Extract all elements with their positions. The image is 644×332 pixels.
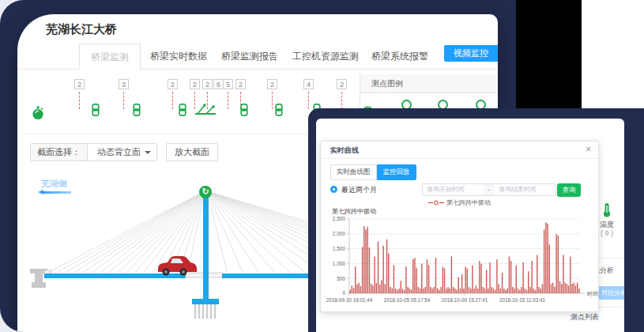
dialog-tabbar: 实时曲线图监控回放 (330, 164, 416, 180)
point-legend-header: 测点图例 (360, 74, 498, 93)
sensor-count-badge: 3 (119, 79, 129, 89)
query-button[interactable]: 查询 (557, 183, 581, 197)
svg-text:1,500: 1,500 (333, 246, 346, 251)
sensor-count-badge: 5 (223, 79, 233, 89)
chain-link-icon[interactable] (240, 104, 248, 119)
dialog-filter-row: 最近两个月 查询开始时间 - 查询结束时间 查询 (330, 183, 591, 197)
dialog-tab-1[interactable]: 监控回放 (377, 164, 416, 180)
date-range-group: 查询开始时间 - 查询结束时间 (422, 183, 556, 196)
section-select-label: 截面选择： (31, 144, 88, 160)
sensor-count-badge: 2 (74, 79, 85, 89)
main-tabbar: 桥梁监测桥梁实时数据桥梁监测报告工控机资源监测桥梁系统报警 (17, 43, 498, 70)
svg-text:2,500: 2,500 (333, 216, 346, 221)
legend-marker-icon (428, 200, 444, 206)
sensor-dashed-line (308, 92, 309, 109)
timer-icon[interactable] (32, 106, 44, 123)
legend-label: 第七跨跨中振动 (446, 199, 491, 206)
start-time-input[interactable]: 查询开始时间 (422, 183, 484, 196)
svg-text:2,000: 2,000 (333, 231, 346, 236)
vibration-chart[interactable]: 05001,0001,5002,0002,5002018-09-30 16:01… (321, 214, 599, 311)
chain-link-icon[interactable] (133, 104, 141, 119)
bridge-tower (203, 190, 209, 299)
close-icon[interactable]: × (586, 144, 591, 155)
black-region (516, 0, 582, 108)
section-select-value: 动态背立面 (97, 147, 141, 157)
tab-1[interactable]: 桥梁实时数据 (150, 43, 207, 70)
dialog-header: 实时曲线 × (321, 141, 598, 159)
thermometer-icon[interactable] (602, 202, 612, 217)
sensor-dashed-line (341, 92, 342, 109)
page-title: 芜湖长江大桥 (46, 22, 117, 37)
range-separator: - (484, 183, 495, 196)
bearing-icon[interactable] (194, 103, 217, 119)
section-select-dropdown[interactable]: 动态背立面 (88, 144, 156, 160)
sensor-count-badge: 2 (267, 79, 277, 89)
tower-cap (192, 299, 219, 304)
chevron-down-icon (145, 151, 151, 154)
dialog-title: 实时曲线 (330, 145, 359, 156)
svg-text:2018-10-15 11:03:41: 2018-10-15 11:03:41 (499, 297, 546, 303)
tab-4[interactable]: 桥梁系统报警 (371, 43, 428, 70)
chain-link-icon[interactable] (275, 104, 283, 119)
sensor-count-badge: 2 (202, 79, 213, 89)
points-list-header: 测点列表 (571, 312, 599, 323)
svg-text:0: 0 (342, 290, 345, 296)
chain-link-icon[interactable] (179, 104, 186, 119)
front-window-frame: 例 温度 ( 9 ) 对比分析 对比分析 测点列表 实时曲线 × 实时曲线图监控… (308, 108, 644, 332)
gps-sensor-icon[interactable]: ↻ (199, 186, 212, 198)
sensor-dashed-line (228, 92, 228, 109)
tab-0[interactable]: 桥梁监测 (79, 43, 141, 70)
sensor-dashed-line (172, 92, 173, 109)
enlarge-section-button[interactable]: 放大截面 (166, 143, 218, 161)
sensor-count-badge: 4 (303, 79, 314, 89)
svg-text:2018-10-05 05:17:54: 2018-10-05 05:17:54 (384, 297, 431, 303)
sensor-count-badge: 2 (337, 79, 347, 89)
radio-label: 最近两个月 (341, 185, 377, 195)
compare-analysis-button[interactable]: 对比分析 (598, 286, 624, 300)
svg-text:时间: 时间 (587, 291, 598, 297)
sensor-dashed-line (123, 92, 124, 109)
tab-2[interactable]: 桥梁监测报告 (221, 43, 278, 70)
chain-link-icon[interactable] (92, 104, 100, 119)
sensor-count-badge: 2 (190, 79, 200, 89)
sensor-count-badge: 2 (168, 79, 178, 89)
end-time-input[interactable]: 查询结束时间 (495, 183, 556, 196)
tab-3[interactable]: 工控机资源监测 (292, 43, 359, 70)
svg-text:500: 500 (337, 276, 345, 281)
tower-piles (195, 304, 215, 319)
svg-text:1,000: 1,000 (333, 261, 346, 266)
svg-text:2018-09-30 16:01:44: 2018-09-30 16:01:44 (326, 297, 373, 303)
video-monitor-button[interactable]: 视频监控 (444, 45, 498, 62)
white-region (582, 0, 644, 108)
front-window: 例 温度 ( 9 ) 对比分析 对比分析 测点列表 实时曲线 × 实时曲线图监控… (316, 119, 624, 332)
section-select-group: 截面选择： 动态背立面 (30, 143, 157, 161)
dialog-tab-0[interactable]: 实时曲线图 (330, 164, 377, 180)
chart-legend[interactable]: 第七跨跨中振动 (321, 198, 598, 207)
desktop-canvas: 芜湖长江大桥 桥梁监测桥梁实时数据桥梁监测报告工控机资源监测桥梁系统报警 视频监… (0, 0, 644, 332)
sensor-count-badge: 2 (235, 79, 246, 89)
sensor-dashed-line (272, 92, 273, 109)
svg-text:2018-10-09 15:27:41: 2018-10-09 15:27:41 (442, 297, 488, 303)
radio-recent-two-months[interactable] (330, 186, 337, 193)
realtime-curve-dialog: 实时曲线 × 实时曲线图监控回放 最近两个月 查询开始时间 - 查询结束时间 查… (320, 141, 599, 312)
sensor-dashed-line (79, 92, 80, 109)
